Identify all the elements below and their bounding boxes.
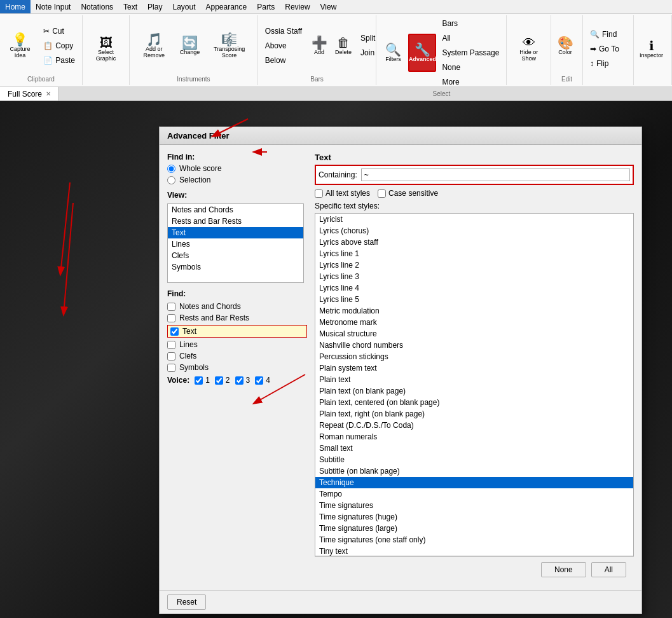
menu-text[interactable]: Text [118,0,142,13]
menu-home[interactable]: Home [0,0,31,13]
cut-button[interactable]: ✂ Cut [39,24,79,38]
voice-4-check[interactable] [255,376,263,385]
color-button[interactable]: 🎨 Color [554,27,577,65]
menu-review[interactable]: Review [280,0,315,13]
styles-list-item[interactable]: Time signatures (huge) [315,511,633,523]
ribbon: 💡 Capture Idea ✂ Cut 📋 Copy 📄 Paste Clip… [0,14,672,87]
containing-row: Containing: [315,165,634,185]
styles-list-item[interactable]: Subtitle [315,454,633,465]
find-notes-chords-check[interactable] [167,303,175,311]
view-notes-chords[interactable]: Notes and Chords [168,204,303,216]
none-button[interactable]: None [541,562,586,577]
ossia-button[interactable]: Ossia Staff [261,24,306,38]
styles-list-item[interactable]: Musical structure [315,328,633,340]
styles-list-item[interactable]: Plain system text [315,362,633,374]
styles-list-item[interactable]: Lyrics above staff [315,237,633,248]
styles-list-item[interactable]: Plain text, centered (on blank page) [315,397,633,408]
styles-list-item[interactable]: Time signatures [315,500,633,511]
whole-score-radio[interactable] [167,165,175,173]
styles-list-item[interactable]: Lyrics line 4 [315,282,633,294]
styles-list-item[interactable]: Lyrics line 2 [315,259,633,271]
filters-button[interactable]: 🔍 Filters [379,34,407,72]
add-remove-button[interactable]: 🎵 Add or Remove [132,27,175,65]
score-tab-full-score[interactable]: Full Score ✕ [0,87,59,100]
above-button[interactable]: Above [261,39,306,53]
styles-list-item[interactable]: Tiny text [315,546,633,556]
styles-list-item[interactable]: Lyrics (chorus) [315,225,633,237]
system-passage-button[interactable]: System Passage [437,46,504,60]
find-text-check[interactable] [170,327,179,336]
transposing-button[interactable]: 🎼 Transposing Score [204,27,255,65]
view-lines[interactable]: Lines [168,238,303,250]
styles-list-item[interactable]: Small text [315,443,633,454]
voice-4-label: 4 [266,376,270,385]
case-sensitive-check[interactable] [378,189,386,198]
styles-list-item[interactable]: Percussion stickings [315,351,633,362]
find-rests-check[interactable] [167,314,175,322]
menu-parts[interactable]: Parts [252,0,280,13]
view-clefs[interactable]: Clefs [168,250,303,261]
styles-list-item[interactable]: Tempo [315,488,633,500]
containing-input[interactable] [361,168,630,181]
copy-button[interactable]: 📋 Copy [39,39,79,53]
styles-list-item[interactable]: Time signatures (one staff only) [315,534,633,546]
menu-notations[interactable]: Notations [76,0,118,13]
more-button[interactable]: More [437,75,504,89]
dialog-title: Advanced Filter [160,127,641,145]
styles-list-item[interactable]: Lyrics line 3 [315,271,633,282]
styles-list-item[interactable]: Plain text, right (on blank page) [315,408,633,420]
voice-3-check[interactable] [235,376,243,385]
paste-button[interactable]: 📄 Paste [39,53,79,67]
inspector-button[interactable]: ℹ Inspector [636,30,666,68]
styles-list-item[interactable]: Lyrics line 1 [315,248,633,259]
all-text-styles-check[interactable] [315,189,323,198]
voice-2-check[interactable] [215,376,223,385]
score-tab-close[interactable]: ✕ [46,90,51,97]
voice-1-check[interactable] [195,376,203,385]
all-button[interactable]: All [591,562,626,577]
hide-show-group-label [509,81,548,84]
delete-bar-button[interactable]: 🗑 Delete [332,27,355,65]
menu-appearance[interactable]: Appearance [200,0,252,13]
capture-idea-button[interactable]: 💡 Capture Idea [3,27,38,65]
add-bar-button[interactable]: ➕ Add [308,27,331,65]
styles-list-item[interactable]: Time signatures (large) [315,523,633,534]
flip-button[interactable]: ↕ Flip [586,57,624,71]
styles-list-item[interactable]: Metronome mark [315,317,633,328]
menu-view[interactable]: View [315,0,342,13]
reset-button[interactable]: Reset [167,594,206,610]
selection-radio[interactable] [167,176,175,184]
menu-play[interactable]: Play [142,0,167,13]
styles-list-item[interactable]: Nashville chord numbers [315,340,633,351]
menu-note-input[interactable]: Note Input [31,0,76,13]
styles-list-item[interactable]: Plain text [315,374,633,385]
styles-list-item[interactable]: Lyricist [315,214,633,225]
view-rests[interactable]: Rests and Bar Rests [168,216,303,227]
find-symbols-check[interactable] [167,364,175,372]
styles-list-item[interactable]: Roman numerals [315,431,633,443]
view-text[interactable]: Text [168,227,303,238]
styles-list-item[interactable]: Technique [315,477,633,488]
hide-show-button[interactable]: 👁 Hide or Show [509,30,548,68]
all-button[interactable]: All [437,31,504,45]
find-clefs-check[interactable] [167,352,175,360]
styles-list-item[interactable]: Subtitle (on blank page) [315,465,633,477]
below-button[interactable]: Below [261,53,306,67]
change-button[interactable]: 🔄 Change [177,27,203,65]
styles-list-item[interactable]: Lyrics line 5 [315,294,633,305]
view-listbox[interactable]: Notes and Chords Rests and Bar Rests Tex… [167,203,304,283]
none-btn[interactable]: None [437,60,504,74]
menu-layout[interactable]: Layout [167,0,200,13]
styles-list-item[interactable]: Repeat (D.C./D.S./To Coda) [315,420,633,431]
styles-listbox[interactable]: LyricistLyrics (chorus)Lyrics above staf… [315,213,634,556]
select-graphic-button[interactable]: 🖼 Select Graphic [85,30,127,68]
advanced-button[interactable]: 🔧 Advanced [408,34,436,72]
view-symbols[interactable]: Symbols [168,261,303,273]
go-to-button[interactable]: ➡ Go To [586,42,624,56]
find-lines-check[interactable] [167,341,175,349]
styles-list-item[interactable]: Plain text (on blank page) [315,385,633,397]
bars-select-button[interactable]: Bars [437,17,504,31]
find-button[interactable]: 🔍 Find [586,27,624,41]
styles-footer: None All [315,556,634,582]
styles-list-item[interactable]: Metric modulation [315,305,633,317]
